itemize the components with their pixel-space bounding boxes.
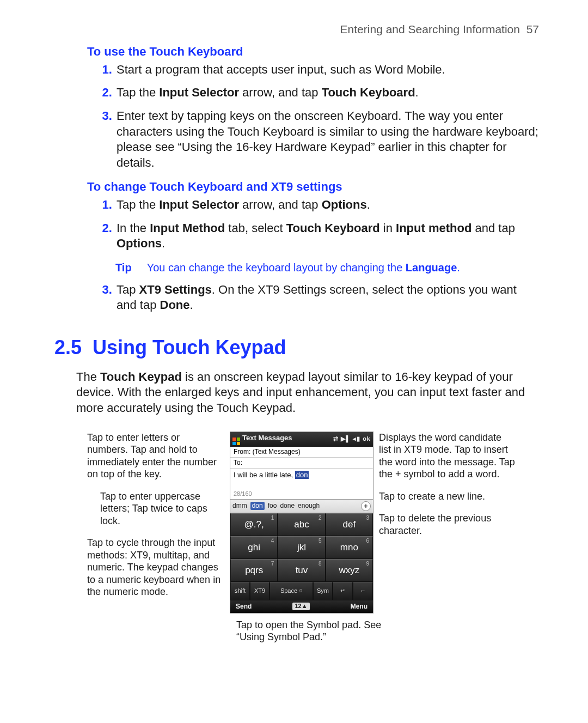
phone-titlebar: Text Messages ⇄ ▶▌ ◂▮ ok <box>230 432 373 447</box>
keypad: @.?,1 abc2 def3 ghi4 jkl5 mno6 pqrs7 tuv… <box>230 513 373 582</box>
from-field: From: (Text Messages) <box>230 447 373 458</box>
key-sym: Sym <box>313 582 333 600</box>
candidate-selected: don <box>250 502 265 510</box>
page-number: 57 <box>526 23 539 35</box>
step: In the Input Method tab, select Touch Ke… <box>115 221 539 252</box>
key-9: wxyz9 <box>326 559 373 582</box>
steps-use-touch-keyboard: Start a program that accepts user input,… <box>94 62 539 171</box>
add-word-icon: + <box>361 501 371 511</box>
candidate: dmm <box>232 502 247 510</box>
subheading-use-touch-keyboard: To use the Touch Keyboard <box>87 44 539 60</box>
softkey-send: Send <box>236 603 252 611</box>
key-7: pqrs7 <box>230 559 278 582</box>
softkey-menu: Menu <box>351 603 367 611</box>
tip-label: Tip <box>115 260 132 275</box>
keypad-figure: Tap to enter letters or numbers. Tap and… <box>87 432 539 613</box>
chapter-title: Entering and Searching Information <box>340 23 520 35</box>
callout-shift: Tap to enter uppercase letters; Tap twic… <box>100 490 223 527</box>
key-shift: shift <box>230 582 250 600</box>
sip-indicator: 12▲ <box>292 603 309 610</box>
steps-change-settings-cont: Tap XT9 Settings. On the XT9 Settings sc… <box>94 282 539 313</box>
callout-input-method: Tap to cycle through the input methods: … <box>87 537 223 598</box>
callout-enter-letters: Tap to enter letters or numbers. Tap and… <box>87 432 223 481</box>
candidate: enough <box>298 502 320 510</box>
step: Enter text by tapping keys on the onscre… <box>115 108 539 171</box>
callout-new-line: Tap to create a new line. <box>379 490 515 503</box>
key-4: ghi4 <box>230 536 278 559</box>
tip-text: You can change the keyboard layout by ch… <box>147 260 460 275</box>
section-title: Using Touch Keypad <box>93 336 286 359</box>
step: Tap the Input Selector arrow, and tap To… <box>115 85 539 101</box>
to-field: To: <box>230 458 373 469</box>
candidate-bar: dmm don foo done enough + <box>230 500 373 513</box>
key-1: @.?,1 <box>230 513 278 536</box>
steps-change-settings: Tap the Input Selector arrow, and tap Op… <box>94 197 539 252</box>
char-count: 28/160 <box>230 490 373 500</box>
callout-symbol-pad: Tap to open the Symbol pad. See “Using S… <box>236 619 389 643</box>
key-space: Space0 <box>270 582 313 600</box>
key-enter: ↵ <box>333 582 353 600</box>
message-body: I will be a little late, don <box>230 469 373 490</box>
step: Tap the Input Selector arrow, and tap Op… <box>115 197 539 213</box>
key-5: jkl5 <box>278 536 325 559</box>
step: Tap XT9 Settings. On the XT9 Settings sc… <box>115 282 539 313</box>
step: Start a program that accepts user input,… <box>115 62 539 78</box>
softkey-bar: Send 12▲ Menu <box>230 600 373 613</box>
status-icons: ⇄ ▶▌ ◂▮ ok <box>333 435 371 443</box>
tip: Tip You can change the keyboard layout b… <box>115 260 539 275</box>
key-3: def3 <box>326 513 373 536</box>
callout-candidate-list: Displays the word candidate list in XT9 … <box>379 432 515 481</box>
section-heading: 2.5 Using Touch Keypad <box>54 335 539 361</box>
key-8: tuv8 <box>278 559 325 582</box>
start-icon <box>232 438 240 445</box>
candidate: foo <box>268 502 277 510</box>
key-2: abc2 <box>278 513 325 536</box>
key-backspace: ← <box>353 582 373 600</box>
keypad-bottom-row: shift XT9 Space0 Sym ↵ ← <box>230 582 373 600</box>
key-xt9: XT9 <box>250 582 270 600</box>
subheading-change-settings: To change Touch Keyboard and XT9 setting… <box>87 179 539 195</box>
section-intro: The Touch Keypad is an onscreen keypad l… <box>76 369 536 416</box>
candidate: done <box>280 502 295 510</box>
key-6: mno6 <box>326 536 373 559</box>
section-number: 2.5 <box>54 336 82 359</box>
running-header: Entering and Searching Information 57 <box>54 22 539 37</box>
phone-screenshot: Text Messages ⇄ ▶▌ ◂▮ ok From: (Text Mes… <box>230 432 373 613</box>
callout-delete: Tap to delete the previous character. <box>379 512 515 537</box>
